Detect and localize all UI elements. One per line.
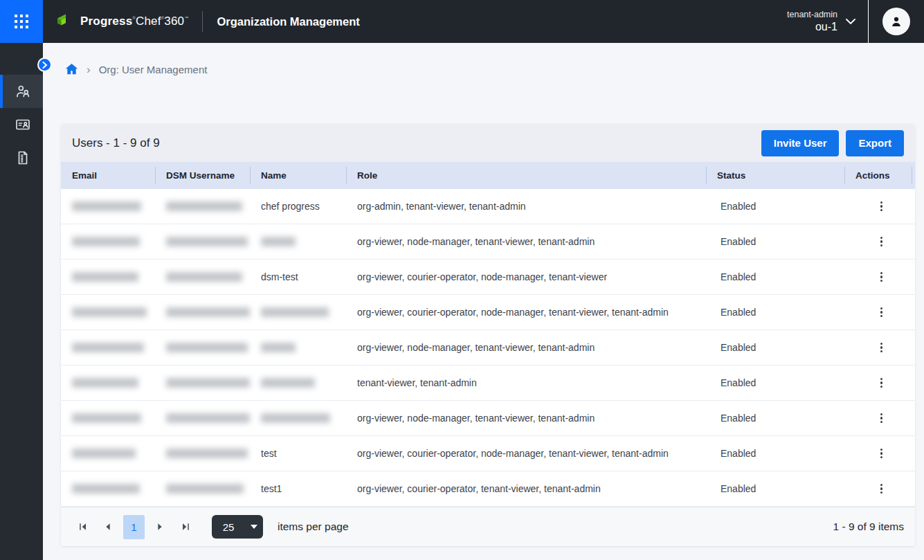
- column-header-actions[interactable]: Actions: [844, 162, 912, 189]
- brand-name: Progress®Chef®360™: [80, 15, 188, 28]
- cell-email: [61, 189, 155, 224]
- cell-status: Enabled: [709, 330, 848, 365]
- next-page-button[interactable]: [150, 516, 170, 537]
- invite-user-button[interactable]: Invite User: [761, 130, 840, 156]
- cell-email: [61, 401, 155, 435]
- cell-name: test1: [250, 471, 346, 506]
- sidebar-item-document[interactable]: [0, 141, 43, 174]
- avatar: [882, 8, 910, 35]
- user-name: chef progress: [261, 201, 320, 212]
- breadcrumb-page-label: Org: User Management: [99, 64, 208, 75]
- role-list: org-admin, tenant-viewer, tenant-admin: [357, 201, 526, 212]
- table-row: test1 org-viewer, courier-operator, tena…: [61, 471, 915, 507]
- row-actions-kebab-button[interactable]: [873, 480, 889, 498]
- cell-dsm-username: [155, 224, 250, 259]
- cell-role: org-viewer, node-manager, tenant-viewer,…: [346, 401, 709, 435]
- cell-email: [61, 295, 155, 329]
- page-size-value: 25: [212, 521, 245, 533]
- row-actions-kebab-button[interactable]: [873, 374, 889, 392]
- redacted-dsm-username: [166, 449, 248, 458]
- table-header-row: Email DSM Username Name Role Status Acti…: [61, 162, 915, 189]
- redacted-dsm-username: [166, 307, 250, 317]
- status-value: Enabled: [721, 342, 756, 353]
- cell-status: Enabled: [709, 224, 848, 259]
- cell-name: [250, 401, 346, 435]
- row-actions-kebab-button[interactable]: [873, 338, 889, 357]
- column-header-status[interactable]: Status: [706, 162, 844, 189]
- pagination-bar: 1 25: [61, 507, 915, 546]
- column-header-gutter: [912, 162, 915, 189]
- cell-role: org-admin, tenant-viewer, tenant-admin: [346, 189, 709, 224]
- table-row: chef progress org-admin, tenant-viewer, …: [61, 189, 915, 224]
- redacted-dsm-username: [166, 484, 244, 494]
- cell-dsm-username: [155, 401, 250, 435]
- page-size-select[interactable]: 25: [212, 515, 263, 539]
- cell-dsm-username: [155, 189, 250, 224]
- breadcrumb: › Org: User Management: [43, 43, 924, 77]
- redacted-email: [72, 449, 136, 458]
- role-list: org-viewer, node-manager, tenant-viewer,…: [357, 342, 595, 353]
- cell-email: [61, 260, 155, 294]
- first-page-button[interactable]: [72, 516, 93, 537]
- table-row: org-viewer, node-manager, tenant-viewer,…: [61, 401, 915, 436]
- export-button[interactable]: Export: [846, 130, 904, 156]
- sidebar-item-id-card[interactable]: [0, 108, 43, 141]
- topbar-divider: [202, 11, 203, 32]
- cell-email: [61, 471, 155, 506]
- table-row: test org-viewer, courier-operator, node-…: [61, 436, 915, 471]
- cell-dsm-username: [155, 365, 250, 400]
- cell-actions: [848, 401, 915, 435]
- table-body: chef progress org-admin, tenant-viewer, …: [61, 189, 915, 507]
- home-icon[interactable]: [65, 63, 78, 75]
- brand-logo: Progress®Chef®360™: [57, 0, 188, 43]
- cell-name: [250, 365, 346, 400]
- sidebar-expand-button[interactable]: [37, 57, 52, 72]
- tenant-switcher[interactable]: tenant-admin ou-1: [787, 0, 855, 43]
- redacted-dsm-username: [166, 378, 250, 388]
- redacted-name: [261, 378, 315, 388]
- redacted-name: [261, 413, 330, 423]
- row-actions-kebab-button[interactable]: [873, 233, 889, 251]
- table-title: Users - 1 - 9 of 9: [72, 136, 160, 150]
- page-number-button[interactable]: 1: [123, 515, 145, 539]
- user-name: test: [261, 448, 277, 459]
- sidebar: [0, 43, 43, 560]
- row-actions-kebab-button[interactable]: [873, 409, 889, 428]
- column-header-role[interactable]: Role: [346, 162, 706, 189]
- redacted-email: [72, 272, 138, 282]
- document-icon: [15, 150, 31, 166]
- cell-dsm-username: [155, 295, 250, 329]
- redacted-email: [72, 343, 144, 352]
- row-actions-kebab-button[interactable]: [873, 268, 889, 287]
- column-header-name[interactable]: Name: [250, 162, 346, 189]
- cell-role: org-viewer, node-manager, tenant-viewer,…: [346, 224, 709, 259]
- status-value: Enabled: [721, 483, 756, 494]
- column-header-email[interactable]: Email: [61, 162, 155, 189]
- chevron-right-icon: [42, 62, 48, 69]
- items-per-page-label: items per page: [278, 521, 349, 533]
- last-page-icon: [181, 523, 190, 531]
- row-actions-kebab-button[interactable]: [873, 303, 889, 322]
- row-actions-kebab-button[interactable]: [873, 197, 889, 216]
- role-list: org-viewer, node-manager, tenant-viewer,…: [357, 236, 595, 247]
- role-list: org-viewer, courier-operator, node-manag…: [357, 448, 669, 459]
- status-value: Enabled: [721, 271, 756, 282]
- redacted-name: [261, 343, 296, 352]
- row-actions-kebab-button[interactable]: [873, 444, 889, 463]
- user-name: test1: [261, 483, 282, 494]
- column-header-dsm-username[interactable]: DSM Username: [155, 162, 250, 189]
- user-avatar-button[interactable]: [869, 0, 924, 43]
- id-card-icon: [15, 116, 31, 133]
- cell-status: Enabled: [709, 365, 848, 400]
- progress-logo-icon: [57, 13, 75, 30]
- role-list: org-viewer, node-manager, tenant-viewer,…: [357, 413, 595, 424]
- user-name: dsm-test: [261, 271, 298, 282]
- cell-dsm-username: [155, 260, 250, 294]
- cell-status: Enabled: [709, 436, 848, 471]
- previous-page-button[interactable]: [98, 516, 118, 537]
- last-page-button[interactable]: [175, 516, 196, 537]
- cell-actions: [848, 224, 915, 259]
- status-value: Enabled: [721, 377, 756, 388]
- app-launcher-button[interactable]: [0, 0, 43, 43]
- sidebar-item-users[interactable]: [0, 75, 43, 108]
